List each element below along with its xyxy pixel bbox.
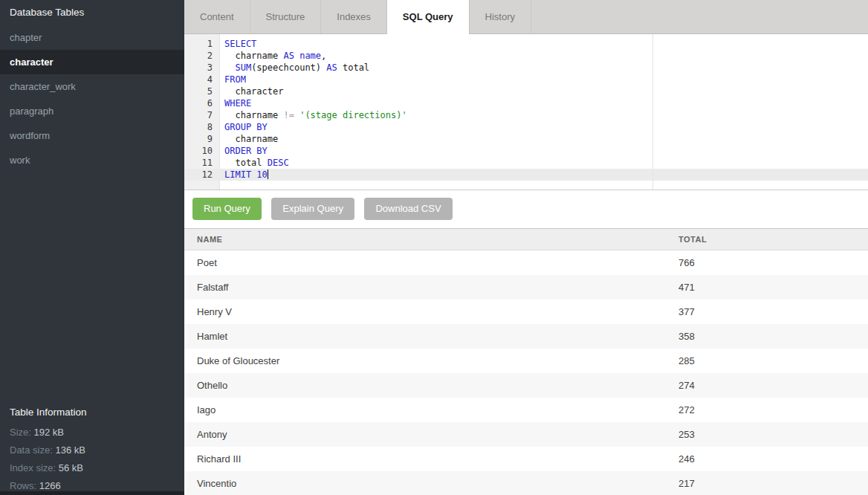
info-value: 192 kB: [34, 427, 64, 438]
sql-editor[interactable]: 1SELECT2 charname AS name,3 SUM(speechco…: [184, 34, 868, 190]
code-text: character: [220, 85, 283, 97]
line-number: 8: [184, 121, 220, 133]
line-number: 3: [184, 62, 220, 74]
code-text: charname != '(stage directions)': [220, 109, 407, 121]
code-token: AS: [326, 62, 337, 73]
code-line-5[interactable]: 5 character: [184, 85, 868, 97]
sidebar-item-character[interactable]: character: [0, 50, 184, 74]
code-token: AS: [283, 51, 294, 61]
text-caret: [268, 169, 268, 179]
table-row[interactable]: Henry V377: [184, 300, 868, 324]
code-token: name: [299, 51, 321, 61]
code-line-1[interactable]: 1SELECT: [184, 38, 868, 50]
table-row[interactable]: Iago272: [184, 398, 868, 422]
cell-total: 766: [666, 250, 868, 275]
code-line-4[interactable]: 4FROM: [184, 74, 868, 85]
sidebar-item-character_work[interactable]: character_work: [0, 74, 184, 99]
code-line-2[interactable]: 2 charname AS name,: [184, 50, 868, 62]
column-header-name[interactable]: NAME: [184, 229, 666, 250]
line-number: 2: [184, 50, 220, 62]
code-line-12[interactable]: 12LIMIT 10: [184, 169, 868, 181]
code-line-8[interactable]: 8GROUP BY: [184, 121, 868, 133]
tab-content[interactable]: Content: [184, 0, 250, 33]
app-window: Database Tables chaptercharactercharacte…: [0, 0, 868, 495]
cell-total: 272: [666, 398, 868, 422]
line-number: 6: [184, 97, 220, 109]
code-token: total: [337, 62, 369, 73]
info-value: 136 kB: [55, 444, 85, 456]
code-token: SELECT: [224, 39, 256, 49]
cell-name: Henry V: [184, 300, 666, 324]
cell-total: 274: [666, 373, 868, 398]
table-row[interactable]: Vincentio217: [184, 471, 868, 495]
table-row[interactable]: Antony253: [184, 422, 868, 447]
info-value: 1266: [39, 480, 61, 491]
cell-name: Othello: [184, 373, 666, 398]
query-toolbar: Run Query Explain Query Download CSV: [184, 190, 868, 228]
code-token: '(stage directions)': [299, 110, 407, 120]
results-header-row: NAMETOTAL: [184, 229, 868, 250]
code-line-6[interactable]: 6WHERE: [184, 97, 868, 109]
cell-total: 253: [666, 422, 868, 447]
results-body: Poet766Falstaff471Henry V377Hamlet358Duk…: [184, 250, 868, 495]
cell-total: 217: [666, 471, 868, 495]
results-panel: NAMETOTAL Poet766Falstaff471Henry V377Ha…: [184, 228, 868, 495]
main-panel: ContentStructureIndexesSQL QueryHistory …: [184, 0, 868, 495]
column-header-total[interactable]: TOTAL: [666, 229, 868, 250]
code-token: DESC: [268, 158, 289, 168]
code-lines: 1SELECT2 charname AS name,3 SUM(speechco…: [184, 38, 868, 181]
tab-history[interactable]: History: [470, 0, 531, 33]
download-csv-button[interactable]: Download CSV: [364, 198, 452, 220]
code-text: ORDER BY: [220, 145, 268, 157]
code-token: (speechcount): [251, 62, 326, 73]
sidebar-item-work[interactable]: work: [0, 148, 184, 172]
cell-name: Hamlet: [184, 324, 666, 349]
sidebar-item-chapter[interactable]: chapter: [0, 25, 184, 50]
cell-total: 246: [666, 447, 868, 471]
cell-name: Richard III: [184, 447, 666, 471]
code-line-7[interactable]: 7 charname != '(stage directions)': [184, 109, 868, 121]
code-token: charname: [224, 51, 283, 61]
info-label: Data size:: [10, 444, 53, 456]
code-token: charname: [224, 110, 283, 120]
cell-total: 285: [666, 349, 868, 373]
tab-structure[interactable]: Structure: [250, 0, 322, 33]
code-token: character: [224, 86, 283, 97]
table-info-panel: Table Information Size: 192 kBData size:…: [0, 401, 184, 495]
sidebar-item-paragraph[interactable]: paragraph: [0, 99, 184, 123]
code-text: LIMIT 10: [220, 169, 268, 181]
line-number: 5: [184, 85, 220, 97]
table-row[interactable]: Duke of Gloucester285: [184, 349, 868, 373]
table-row[interactable]: Richard III246: [184, 447, 868, 471]
code-text: charname AS name,: [220, 50, 326, 62]
cell-name: Antony: [184, 422, 666, 447]
code-text: GROUP BY: [220, 121, 268, 133]
table-row[interactable]: Othello274: [184, 373, 868, 398]
code-line-9[interactable]: 9 charname: [184, 133, 868, 145]
table-row[interactable]: Hamlet358: [184, 324, 868, 349]
info-label: Size:: [10, 427, 31, 438]
line-number: 7: [184, 109, 220, 121]
code-line-10[interactable]: 10ORDER BY: [184, 145, 868, 157]
tab-indexes[interactable]: Indexes: [321, 0, 387, 33]
line-number: 11: [184, 157, 220, 169]
tab-sql-query[interactable]: SQL Query: [386, 0, 470, 34]
line-number: 4: [184, 74, 220, 85]
cell-name: Duke of Gloucester: [184, 349, 666, 373]
code-line-3[interactable]: 3 SUM(speechcount) AS total: [184, 62, 868, 74]
code-token: charname: [224, 134, 278, 144]
table-info-row: Size: 192 kB: [0, 424, 184, 441]
table-row[interactable]: Poet766: [184, 250, 868, 275]
code-token: LIMIT 10: [224, 169, 268, 180]
code-text: SELECT: [220, 38, 256, 50]
cell-total: 377: [666, 300, 868, 324]
cell-total: 358: [666, 324, 868, 349]
table-row[interactable]: Falstaff471: [184, 275, 868, 300]
explain-query-button[interactable]: Explain Query: [271, 198, 354, 220]
code-line-11[interactable]: 11 total DESC: [184, 157, 868, 169]
run-query-button[interactable]: Run Query: [192, 198, 262, 220]
code-token: ,: [321, 51, 326, 61]
sidebar-item-wordform[interactable]: wordform: [0, 123, 184, 148]
cell-name: Iago: [184, 398, 666, 422]
sidebar-title: Database Tables: [0, 0, 184, 25]
